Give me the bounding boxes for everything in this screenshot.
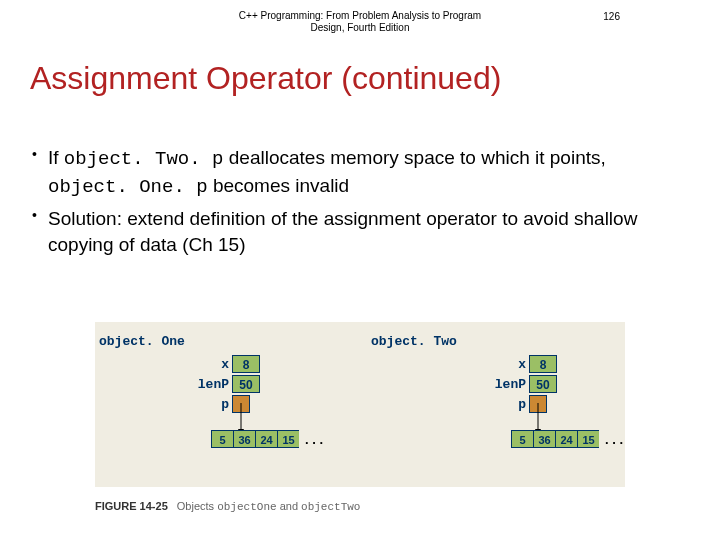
ellipsis: . . . (305, 432, 323, 447)
field-label: p (193, 397, 229, 412)
text: becomes invalid (208, 175, 350, 196)
text: and (277, 500, 301, 512)
array-cell: 24 (255, 430, 277, 448)
obj2-row-x: x 8 (490, 354, 557, 374)
array-cell: 36 (533, 430, 555, 448)
field-label: lenP (490, 377, 526, 392)
slide: C++ Programming: From Problem Analysis t… (0, 0, 720, 540)
figure-caption: FIGURE 14-25 Objects objectOne and objec… (95, 500, 360, 513)
array-cell: 5 (511, 430, 533, 448)
bullet-item: Solution: extend definition of the assig… (32, 206, 688, 257)
array-cell: 15 (277, 430, 299, 448)
array-cell: 36 (233, 430, 255, 448)
object-two-label: object. Two (371, 334, 457, 349)
code-snippet: object. Two. p (64, 148, 224, 170)
array-one: 5 36 24 15 . . . (211, 430, 323, 448)
text: deallocates memory space to which it poi… (223, 147, 605, 168)
field-value: 50 (232, 375, 260, 393)
page-number: 126 (603, 11, 620, 22)
code-snippet: objectTwo (301, 501, 360, 513)
field-label: lenP (193, 377, 229, 392)
bullet-item: If object. Two. p deallocates memory spa… (32, 145, 688, 200)
obj1-row-lenp: lenP 50 (193, 374, 260, 394)
text: If (48, 147, 64, 168)
text: Solution: extend definition of the assig… (48, 208, 637, 255)
book-title: C++ Programming: From Problem Analysis t… (230, 10, 490, 34)
field-value: 8 (529, 355, 557, 373)
obj1-row-x: x 8 (193, 354, 260, 374)
slide-title: Assignment Operator (continued) (30, 60, 690, 97)
array-cell: 24 (555, 430, 577, 448)
field-value: 50 (529, 375, 557, 393)
field-label: x (193, 357, 229, 372)
array-two: 5 36 24 15 . . . (511, 430, 623, 448)
array-cell: 5 (211, 430, 233, 448)
figure-diagram: object. One object. Two x 8 lenP 50 p x … (95, 322, 625, 487)
figure-number: FIGURE 14-25 (95, 500, 168, 512)
field-label: p (490, 397, 526, 412)
code-snippet: object. One. p (48, 176, 208, 198)
obj2-row-lenp: lenP 50 (490, 374, 557, 394)
object-one-label: object. One (99, 334, 185, 349)
bullet-list: If object. Two. p deallocates memory spa… (32, 145, 688, 264)
ellipsis: . . . (605, 432, 623, 447)
field-label: x (490, 357, 526, 372)
array-cell: 15 (577, 430, 599, 448)
code-snippet: objectOne (217, 501, 276, 513)
field-value: 8 (232, 355, 260, 373)
text: Objects (177, 500, 217, 512)
